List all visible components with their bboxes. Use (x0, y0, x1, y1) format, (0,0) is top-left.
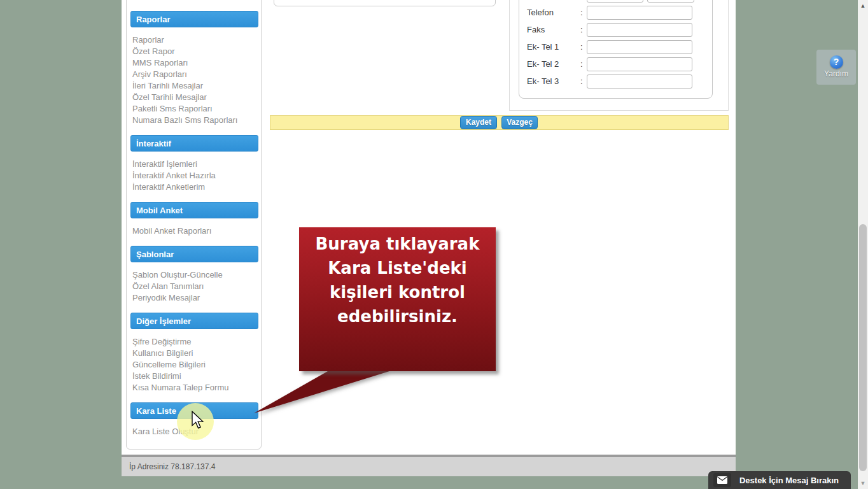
sidebar-section: ŞablonlarŞablon Oluştur-GüncelleÖzel Ala… (130, 246, 258, 304)
action-bar (270, 115, 729, 130)
form-field-input[interactable] (587, 6, 692, 20)
sidebar-section: Mobil AnketMobil Anket Raporları (130, 202, 258, 237)
form-field-label: Ek- Tel 3 (527, 76, 559, 86)
sidebar-section-header-2[interactable]: Mobil Anket (130, 202, 258, 218)
sidebar-item[interactable]: Özel Tarihli Mesajlar (132, 92, 258, 103)
form-field-label: Ek- Tel 1 (527, 42, 559, 52)
sidebar-item[interactable]: İnteraktif Anketlerim (132, 181, 258, 193)
sidebar-item[interactable]: Arşiv Raporları (132, 69, 258, 80)
sidebar-item[interactable]: Mobil Anket Raporları (132, 225, 258, 237)
message-textarea[interactable] (274, 0, 496, 6)
scrollbar-up-icon[interactable]: ▲ (858, 3, 868, 9)
sidebar-item[interactable]: Kısa Numara Talep Formu (132, 382, 258, 393)
ip-address-text: İp Adresiniz 78.187.137.4 (129, 457, 736, 476)
form-field-label: Ek- Tel 2 (527, 59, 559, 69)
sidebar-item[interactable]: Şablon Oluştur-Güncelle (132, 269, 258, 281)
sidebar-section-items: RaporlarÖzet RaporMMS RaporlarıArşiv Rap… (130, 27, 258, 127)
form-field-input[interactable] (587, 74, 692, 89)
help-button[interactable]: ? Yardım (816, 50, 856, 85)
cutoff-input-1[interactable] (587, 0, 643, 3)
envelope-icon (713, 473, 731, 487)
sidebar-section: Diğer İşlemlerŞifre DeğiştirmeKullanıcı … (130, 313, 258, 394)
tutorial-callout: Buraya tıklayarak Kara Liste'deki kişile… (299, 227, 496, 371)
form-field-input[interactable] (587, 40, 692, 54)
sidebar-sections: RaporlarRaporlarÖzet RaporMMS RaporlarıA… (130, 11, 258, 438)
support-label: Destek İçin Mesaj Bırakın (731, 476, 851, 485)
form-label-separator: : (580, 8, 583, 17)
form-field-input[interactable] (587, 23, 692, 37)
form-row: Ek- Tel 1: (527, 40, 737, 54)
sidebar-section-items: İnteraktif İşlemleriİnteraktif Anket Haz… (130, 152, 258, 194)
sidebar-section: İnteraktifİnteraktif İşlemleriİnteraktif… (130, 135, 258, 194)
cancel-button[interactable]: Vazgeç (501, 116, 538, 129)
question-mark-icon: ? (830, 55, 843, 69)
sidebar-item[interactable]: Şifre Değiştirme (132, 336, 258, 348)
cutoff-input-2[interactable] (647, 0, 694, 3)
form-row: Ek- Tel 3: (527, 74, 737, 89)
sidebar-item[interactable]: MMS Raporları (132, 57, 258, 69)
sidebar-item[interactable]: Özel Alan Tanımları (132, 281, 258, 292)
sidebar-section-header-0[interactable]: Raporlar (130, 11, 258, 27)
form-label-separator: : (580, 25, 583, 34)
form-field-label: Faks (527, 25, 545, 34)
sidebar-section: RaporlarRaporlarÖzet RaporMMS RaporlarıA… (130, 11, 258, 127)
vertical-scrollbar[interactable]: ▲ ▼ (858, 0, 868, 489)
sidebar-item[interactable]: Kullanıcı Bilgileri (132, 348, 258, 359)
sidebar-item[interactable]: Periyodik Mesajlar (132, 292, 258, 304)
sidebar-item[interactable]: İnteraktif Anket Hazırla (132, 170, 258, 181)
form-row: Faks: (527, 23, 737, 37)
form-row: Ek- Tel 2: (527, 57, 737, 71)
statusbar: İp Adresiniz 78.187.137.4 (122, 457, 736, 476)
sidebar-item[interactable]: Numara Bazlı Sms Raporları (132, 115, 258, 126)
form-row: Telefon: (527, 6, 737, 20)
sidebar: RaporlarRaporlarÖzet RaporMMS RaporlarıA… (126, 0, 262, 450)
form-label-separator: : (580, 42, 583, 52)
sidebar-section-items: Mobil Anket Raporları (130, 218, 258, 237)
callout-tail (251, 371, 393, 418)
sidebar-section-items: Şifre DeğiştirmeKullanıcı BilgileriGünce… (130, 329, 258, 394)
form-label-separator: : (580, 59, 583, 69)
sidebar-section-header-3[interactable]: Şablonlar (130, 246, 258, 262)
form-label-separator: : (580, 76, 583, 86)
sidebar-section-items: Şablon Oluştur-GüncelleÖzel Alan Tanımla… (130, 262, 258, 304)
save-button[interactable]: Kaydet (460, 116, 497, 129)
scrollbar-thumb[interactable] (859, 224, 867, 471)
sidebar-item[interactable]: İnteraktif İşlemleri (132, 159, 258, 170)
sidebar-item[interactable]: Güncelleme Bilgileri (132, 359, 258, 371)
help-label: Yardım (816, 69, 856, 78)
support-message-button[interactable]: Destek İçin Mesaj Bırakın (708, 471, 851, 489)
scrollbar-down-icon[interactable]: ▼ (858, 480, 868, 486)
sidebar-section-header-4[interactable]: Diğer İşlemler (130, 313, 258, 329)
sidebar-item[interactable]: İleri Tarihli Mesajlar (132, 80, 258, 92)
sidebar-item[interactable]: Paketli Sms Raporları (132, 103, 258, 115)
form-field-label: Telefon (527, 8, 554, 17)
sidebar-section-header-1[interactable]: İnteraktif (130, 135, 258, 152)
sidebar-item[interactable]: İstek Bildirimi (132, 371, 258, 382)
form-field-input[interactable] (587, 57, 692, 71)
sidebar-item[interactable]: Raporlar (132, 34, 258, 46)
sidebar-item[interactable]: Özet Rapor (132, 46, 258, 57)
mouse-cursor-icon (191, 411, 205, 430)
